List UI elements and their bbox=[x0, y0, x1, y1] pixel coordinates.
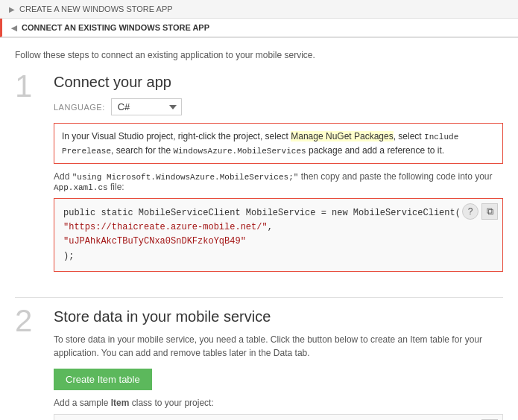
language-select[interactable]: C# JavaScript bbox=[111, 98, 182, 115]
nav-create-label: CREATE A NEW WINDOWS STORE APP bbox=[19, 4, 173, 13]
step-2-container: 2 Store data in your mobile service To s… bbox=[15, 308, 503, 420]
main-content: Follow these steps to connect an existin… bbox=[0, 38, 518, 420]
step-1-title: Connect your app bbox=[54, 74, 503, 91]
add-sample-text: Add a sample Item class to your project: bbox=[54, 398, 503, 408]
step-2-title: Store data in your mobile service bbox=[54, 308, 503, 325]
step-1-container: 1 Connect your app LANGUAGE: C# JavaScri… bbox=[15, 74, 503, 279]
step1-code-line1: public static MobileServiceClient Mobile… bbox=[63, 208, 461, 218]
intro-text: Follow these steps to connect an existin… bbox=[15, 50, 503, 60]
nav-arrow-create: ▶ bbox=[9, 5, 15, 13]
nav-arrow-connect: ◀ bbox=[11, 24, 17, 32]
language-label: LANGUAGE: bbox=[54, 103, 105, 112]
step-divider bbox=[15, 297, 503, 298]
using-text: Add "using Microsoft.WindowsAzure.Mobile… bbox=[54, 171, 503, 192]
class-code-block: public class Item { public int Id { get;… bbox=[54, 414, 503, 420]
create-item-table-button[interactable]: Create Item table bbox=[54, 369, 152, 390]
copy-code-button-1[interactable]: ⧉ bbox=[481, 203, 498, 220]
step1-code-block: public static MobileServiceClient Mobile… bbox=[54, 198, 503, 272]
nav-connect-label: CONNECT AN EXISTING WINDOWS STORE APP bbox=[22, 23, 209, 32]
key-string: "uJPAhkAkcTBuTyCNxa0SnDKFzkoYqB49" bbox=[63, 236, 246, 246]
step1-code-line3: "uJPAhkAkcTBuTyCNxa0SnDKFzkoYqB49" bbox=[63, 236, 246, 246]
step1-code-line2: "https://thaicreate.azure-mobile.net/", bbox=[63, 222, 273, 232]
step-2-description: To store data in your mobile service, yo… bbox=[54, 333, 503, 360]
item-bold: Item bbox=[111, 398, 130, 408]
nav-connect-existing[interactable]: ◀ CONNECT AN EXISTING WINDOWS STORE APP bbox=[0, 19, 518, 37]
top-navigation: ▶ CREATE A NEW WINDOWS STORE APP ◀ CONNE… bbox=[0, 0, 518, 38]
nuget-instruction-box: In your Visual Studio project, right-cli… bbox=[54, 123, 503, 164]
help-button-1[interactable]: ? bbox=[462, 203, 478, 220]
step-1-number: 1 bbox=[15, 71, 45, 279]
language-row: LANGUAGE: C# JavaScript bbox=[54, 98, 503, 115]
step-2-number: 2 bbox=[15, 305, 45, 420]
nuget-text-prefix: In your Visual Studio project, right-cli… bbox=[62, 131, 291, 141]
nav-create-new[interactable]: ▶ CREATE A NEW WINDOWS STORE APP bbox=[0, 0, 518, 19]
nuget-highlight: Manage NuGet Packages bbox=[291, 131, 393, 141]
url-string: "https://thaicreate.azure-mobile.net/" bbox=[63, 222, 268, 232]
add-sample-prefix: Add a sample bbox=[54, 398, 111, 408]
step1-code-line4: ); bbox=[63, 251, 74, 261]
step-2-content: Store data in your mobile service To sto… bbox=[54, 308, 503, 420]
step-1-content: Connect your app LANGUAGE: C# JavaScript… bbox=[54, 74, 503, 279]
add-sample-suffix: class to your project: bbox=[129, 398, 213, 408]
